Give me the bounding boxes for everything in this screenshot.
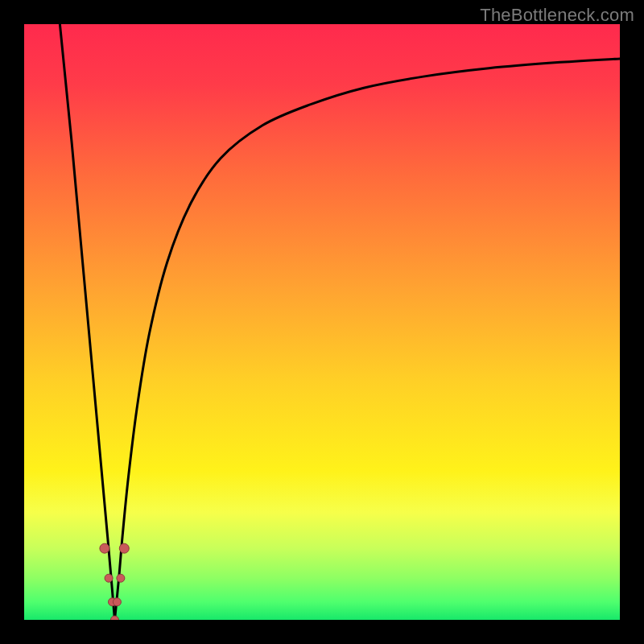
marker-dot [100, 543, 109, 553]
curve-right-branch [114, 59, 620, 620]
watermark-text: TheBottleneck.com [480, 5, 634, 26]
marker-dot [105, 574, 113, 582]
marker-dot [117, 574, 125, 582]
marker-dot [113, 598, 121, 606]
curve-left-branch [60, 24, 114, 620]
chart-frame: TheBottleneck.com [0, 0, 644, 644]
marker-dot [119, 543, 129, 553]
plot-area [24, 24, 620, 620]
marker-dot [110, 616, 118, 620]
curve-layer [24, 24, 620, 620]
